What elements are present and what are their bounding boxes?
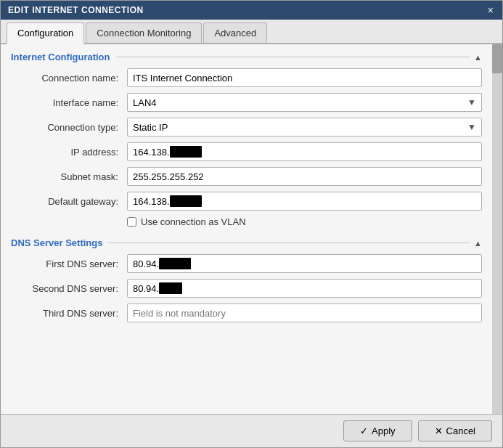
form-row-first-dns: First DNS server: 80.94. [11, 254, 482, 273]
label-interface-name: Interface name: [11, 97, 127, 108]
form-row-interface-name: Interface name: LAN4 ▼ [11, 93, 482, 112]
x-icon: ✕ [435, 425, 443, 436]
second-dns-redacted [159, 282, 182, 294]
vlan-checkbox[interactable] [127, 217, 136, 227]
form-row-subnet-mask: Subnet mask: [11, 167, 482, 186]
internet-configuration-section: Internet Configuration ▲ Connection name… [11, 52, 482, 227]
vlan-label: Use connection as VLAN [141, 216, 246, 227]
form-row-default-gateway: Default gateway: 164.138. [11, 192, 482, 211]
tab-connection-monitoring[interactable]: Connection Monitoring [86, 23, 202, 43]
input-subnet-mask[interactable] [127, 167, 482, 186]
second-dns-visible: 80.94. [133, 283, 159, 294]
form-row-third-dns: Third DNS server: [11, 304, 482, 322]
label-connection-type: Connection type: [11, 122, 127, 133]
field-default-gateway[interactable]: 164.138. [127, 192, 482, 211]
form-row-connection-type: Connection type: Static IP ▼ [11, 118, 482, 137]
dns-server-section: DNS Server Settings ▲ First DNS server: … [11, 237, 482, 322]
label-connection-name: Connection name: [11, 73, 127, 84]
input-third-dns[interactable] [127, 304, 482, 322]
label-ip-address: IP address: [11, 147, 127, 158]
cancel-label: Cancel [446, 425, 475, 436]
first-dns-visible: 80.94. [133, 258, 159, 269]
footer: ✓ Apply ✕ Cancel [1, 414, 502, 447]
tab-configuration[interactable]: Configuration [7, 23, 84, 44]
field-second-dns[interactable]: 80.94. [127, 279, 482, 298]
gateway-redacted [170, 195, 202, 207]
gateway-visible: 164.138. [133, 196, 170, 207]
label-third-dns: Third DNS server: [11, 308, 127, 319]
apply-label: Apply [372, 425, 396, 436]
label-first-dns: First DNS server: [11, 258, 127, 269]
ip-address-visible: 164.138. [133, 147, 170, 158]
cancel-button[interactable]: ✕ Cancel [418, 420, 492, 441]
divider [116, 57, 470, 57]
form-row-connection-name: Connection name: [11, 68, 482, 87]
check-icon: ✓ [360, 425, 368, 436]
select-wrapper-connection-type: Static IP ▼ [127, 118, 482, 137]
dns-config-title: DNS Server Settings [11, 237, 102, 248]
tab-bar: Configuration Connection Monitoring Adva… [1, 20, 502, 44]
ip-address-redacted [170, 146, 202, 158]
field-first-dns[interactable]: 80.94. [127, 254, 482, 273]
first-dns-redacted [159, 258, 191, 269]
title-bar: EDIT INTERNET CONNECTION × [1, 1, 502, 20]
select-connection-type[interactable]: Static IP [127, 118, 482, 137]
select-wrapper-interface: LAN4 ▼ [127, 93, 482, 112]
select-interface-name[interactable]: LAN4 [127, 93, 482, 112]
divider-dns [108, 243, 470, 243]
collapse-internet-icon[interactable]: ▲ [474, 53, 482, 62]
label-subnet-mask: Subnet mask: [11, 171, 127, 182]
close-button[interactable]: × [486, 5, 495, 15]
label-default-gateway: Default gateway: [11, 196, 127, 207]
dialog-edit-internet-connection: EDIT INTERNET CONNECTION × Configuration… [0, 0, 503, 448]
label-second-dns: Second DNS server: [11, 283, 127, 294]
scrollbar-thumb[interactable] [492, 44, 502, 73]
internet-config-header: Internet Configuration ▲ [11, 52, 482, 62]
collapse-dns-icon[interactable]: ▲ [474, 239, 482, 248]
vlan-checkbox-row: Use connection as VLAN [127, 216, 482, 227]
internet-config-title: Internet Configuration [11, 52, 110, 62]
form-row-ip-address: IP address: 164.138. [11, 142, 482, 161]
form-row-second-dns: Second DNS server: 80.94. [11, 279, 482, 298]
content-area: Internet Configuration ▲ Connection name… [1, 44, 492, 414]
scrollbar-track[interactable] [492, 44, 502, 414]
field-ip-address[interactable]: 164.138. [127, 142, 482, 161]
apply-button[interactable]: ✓ Apply [343, 420, 412, 441]
tab-advanced[interactable]: Advanced [203, 23, 267, 43]
input-connection-name[interactable] [127, 68, 482, 87]
dialog-title: EDIT INTERNET CONNECTION [8, 5, 144, 15]
dns-config-header: DNS Server Settings ▲ [11, 237, 482, 248]
